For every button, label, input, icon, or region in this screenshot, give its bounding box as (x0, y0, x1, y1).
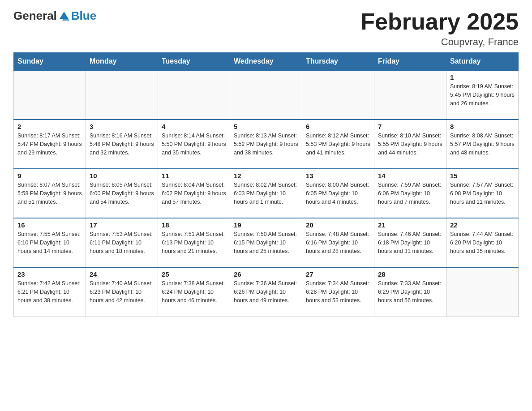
day-number: 5 (234, 123, 298, 130)
day-number: 21 (378, 221, 442, 229)
day-info: Sunrise: 7:57 AM Sunset: 6:08 PM Dayligh… (450, 181, 515, 206)
calendar-cell: 9Sunrise: 8:07 AM Sunset: 5:58 PM Daylig… (14, 169, 86, 218)
day-info: Sunrise: 8:16 AM Sunset: 5:48 PM Dayligh… (90, 132, 154, 157)
calendar-cell: 16Sunrise: 7:55 AM Sunset: 6:10 PM Dayli… (14, 218, 86, 267)
day-number: 8 (450, 123, 515, 130)
calendar-cell (14, 70, 86, 120)
week-row-2: 2Sunrise: 8:17 AM Sunset: 5:47 PM Daylig… (14, 120, 519, 169)
week-row-4: 16Sunrise: 7:55 AM Sunset: 6:10 PM Dayli… (14, 218, 519, 267)
calendar-cell: 27Sunrise: 7:34 AM Sunset: 6:28 PM Dayli… (302, 267, 374, 317)
day-info: Sunrise: 8:02 AM Sunset: 6:03 PM Dayligh… (234, 181, 298, 206)
day-info: Sunrise: 7:55 AM Sunset: 6:10 PM Dayligh… (17, 230, 82, 255)
day-info: Sunrise: 8:05 AM Sunset: 6:00 PM Dayligh… (90, 181, 154, 206)
calendar-cell: 6Sunrise: 8:12 AM Sunset: 5:53 PM Daylig… (302, 120, 374, 169)
day-info: Sunrise: 7:40 AM Sunset: 6:23 PM Dayligh… (90, 279, 154, 304)
day-info: Sunrise: 8:19 AM Sunset: 5:45 PM Dayligh… (450, 82, 515, 107)
calendar-cell: 2Sunrise: 8:17 AM Sunset: 5:47 PM Daylig… (14, 120, 86, 169)
weekday-header-wednesday: Wednesday (230, 53, 302, 71)
day-number: 27 (306, 270, 370, 278)
calendar-cell (302, 70, 374, 120)
day-info: Sunrise: 7:44 AM Sunset: 6:20 PM Dayligh… (450, 230, 515, 255)
calendar-subtitle: Coupvray, France (360, 36, 519, 48)
day-number: 3 (90, 123, 154, 130)
day-info: Sunrise: 7:42 AM Sunset: 6:21 PM Dayligh… (17, 279, 82, 304)
day-info: Sunrise: 8:13 AM Sunset: 5:52 PM Dayligh… (234, 132, 298, 157)
day-info: Sunrise: 8:10 AM Sunset: 5:55 PM Dayligh… (378, 132, 442, 157)
calendar-cell: 3Sunrise: 8:16 AM Sunset: 5:48 PM Daylig… (86, 120, 158, 169)
weekday-header-thursday: Thursday (302, 53, 374, 71)
calendar-cell: 15Sunrise: 7:57 AM Sunset: 6:08 PM Dayli… (446, 169, 519, 218)
week-row-3: 9Sunrise: 8:07 AM Sunset: 5:58 PM Daylig… (14, 169, 519, 218)
day-info: Sunrise: 7:34 AM Sunset: 6:28 PM Dayligh… (306, 279, 370, 304)
calendar-cell: 24Sunrise: 7:40 AM Sunset: 6:23 PM Dayli… (86, 267, 158, 317)
day-info: Sunrise: 7:50 AM Sunset: 6:15 PM Dayligh… (234, 230, 298, 255)
weekday-header-row: SundayMondayTuesdayWednesdayThursdayFrid… (14, 53, 519, 71)
day-number: 4 (162, 123, 226, 130)
page-header: General Blue February 2025 Coupvray, Fra… (13, 9, 519, 48)
day-number: 10 (90, 172, 154, 180)
calendar-title: February 2025 (360, 9, 519, 34)
calendar-cell (158, 70, 230, 120)
day-number: 18 (162, 221, 226, 229)
day-number: 23 (17, 270, 82, 278)
day-number: 11 (162, 172, 226, 180)
weekday-header-sunday: Sunday (14, 53, 86, 71)
calendar-cell: 21Sunrise: 7:46 AM Sunset: 6:18 PM Dayli… (374, 218, 446, 267)
day-info: Sunrise: 7:59 AM Sunset: 6:06 PM Dayligh… (378, 181, 442, 206)
calendar-cell: 5Sunrise: 8:13 AM Sunset: 5:52 PM Daylig… (230, 120, 302, 169)
day-info: Sunrise: 7:33 AM Sunset: 6:29 PM Dayligh… (378, 279, 442, 304)
calendar-cell: 22Sunrise: 7:44 AM Sunset: 6:20 PM Dayli… (446, 218, 519, 267)
calendar-cell: 8Sunrise: 8:08 AM Sunset: 5:57 PM Daylig… (446, 120, 519, 169)
logo: General Blue (13, 9, 96, 23)
day-info: Sunrise: 7:38 AM Sunset: 6:24 PM Dayligh… (162, 279, 226, 304)
day-info: Sunrise: 8:14 AM Sunset: 5:50 PM Dayligh… (162, 132, 226, 157)
day-info: Sunrise: 8:00 AM Sunset: 6:05 PM Dayligh… (306, 181, 370, 206)
day-info: Sunrise: 8:17 AM Sunset: 5:47 PM Dayligh… (17, 132, 82, 157)
calendar-cell: 26Sunrise: 7:36 AM Sunset: 6:26 PM Dayli… (230, 267, 302, 317)
day-info: Sunrise: 7:53 AM Sunset: 6:11 PM Dayligh… (90, 230, 154, 255)
calendar-cell: 10Sunrise: 8:05 AM Sunset: 6:00 PM Dayli… (86, 169, 158, 218)
logo-text-blue: Blue (71, 9, 96, 23)
calendar-cell: 19Sunrise: 7:50 AM Sunset: 6:15 PM Dayli… (230, 218, 302, 267)
day-info: Sunrise: 8:12 AM Sunset: 5:53 PM Dayligh… (306, 132, 370, 157)
calendar-cell: 20Sunrise: 7:48 AM Sunset: 6:16 PM Dayli… (302, 218, 374, 267)
day-info: Sunrise: 8:04 AM Sunset: 6:02 PM Dayligh… (162, 181, 226, 206)
calendar-cell: 25Sunrise: 7:38 AM Sunset: 6:24 PM Dayli… (158, 267, 230, 317)
calendar-cell: 1Sunrise: 8:19 AM Sunset: 5:45 PM Daylig… (446, 70, 519, 120)
week-row-5: 23Sunrise: 7:42 AM Sunset: 6:21 PM Dayli… (14, 267, 519, 317)
day-number: 22 (450, 221, 515, 229)
day-number: 14 (378, 172, 442, 180)
title-block: February 2025 Coupvray, France (360, 9, 519, 48)
day-number: 12 (234, 172, 298, 180)
calendar-cell: 23Sunrise: 7:42 AM Sunset: 6:21 PM Dayli… (14, 267, 86, 317)
day-number: 9 (17, 172, 82, 180)
calendar-cell (86, 70, 158, 120)
logo-text-general: General (13, 9, 57, 23)
calendar-cell (446, 267, 519, 317)
day-number: 7 (378, 123, 442, 130)
calendar-table: SundayMondayTuesdayWednesdayThursdayFrid… (13, 52, 519, 317)
day-number: 24 (90, 270, 154, 278)
day-number: 28 (378, 270, 442, 278)
day-info: Sunrise: 8:08 AM Sunset: 5:57 PM Dayligh… (450, 132, 515, 157)
day-info: Sunrise: 7:51 AM Sunset: 6:13 PM Dayligh… (162, 230, 226, 255)
day-number: 1 (450, 73, 515, 81)
calendar-cell: 14Sunrise: 7:59 AM Sunset: 6:06 PM Dayli… (374, 169, 446, 218)
weekday-header-monday: Monday (86, 53, 158, 71)
day-number: 6 (306, 123, 370, 130)
day-info: Sunrise: 7:36 AM Sunset: 6:26 PM Dayligh… (234, 279, 298, 304)
day-info: Sunrise: 7:46 AM Sunset: 6:18 PM Dayligh… (378, 230, 442, 255)
day-number: 26 (234, 270, 298, 278)
logo-icon (58, 10, 70, 22)
calendar-cell: 18Sunrise: 7:51 AM Sunset: 6:13 PM Dayli… (158, 218, 230, 267)
day-info: Sunrise: 7:48 AM Sunset: 6:16 PM Dayligh… (306, 230, 370, 255)
calendar-cell: 7Sunrise: 8:10 AM Sunset: 5:55 PM Daylig… (374, 120, 446, 169)
calendar-cell: 13Sunrise: 8:00 AM Sunset: 6:05 PM Dayli… (302, 169, 374, 218)
day-number: 13 (306, 172, 370, 180)
day-number: 2 (17, 123, 82, 130)
calendar-cell: 28Sunrise: 7:33 AM Sunset: 6:29 PM Dayli… (374, 267, 446, 317)
week-row-1: 1Sunrise: 8:19 AM Sunset: 5:45 PM Daylig… (14, 70, 519, 120)
calendar-cell: 17Sunrise: 7:53 AM Sunset: 6:11 PM Dayli… (86, 218, 158, 267)
day-number: 16 (17, 221, 82, 229)
calendar-cell (230, 70, 302, 120)
